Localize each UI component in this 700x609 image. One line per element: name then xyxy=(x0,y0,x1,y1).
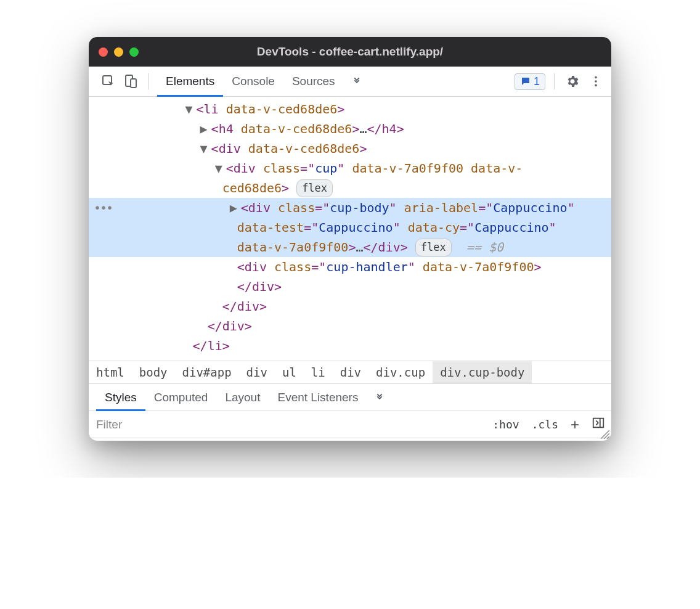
dom-line[interactable]: <div class="cup-handler" data-v-7a0f9f00… xyxy=(89,257,611,277)
tab-computed[interactable]: Computed xyxy=(145,384,217,411)
dom-line[interactable]: </div> xyxy=(89,277,611,296)
flex-badge[interactable]: flex xyxy=(415,239,452,256)
crumb[interactable]: html xyxy=(89,361,132,383)
svg-point-3 xyxy=(595,76,597,79)
styles-tabs-overflow-icon[interactable] xyxy=(367,391,393,404)
tab-elements[interactable]: Elements xyxy=(157,67,223,97)
dom-line[interactable]: ced68de6> flex xyxy=(89,178,611,198)
crumb-active[interactable]: div.cup-body xyxy=(433,361,532,383)
new-style-rule-icon[interactable]: + xyxy=(564,416,585,433)
styles-tabs: Styles Computed Layout Event Listeners xyxy=(89,384,611,411)
tab-console[interactable]: Console xyxy=(223,67,283,97)
more-menu-icon[interactable] xyxy=(587,75,605,88)
crumb[interactable]: div#app xyxy=(175,361,239,383)
inspect-element-icon[interactable] xyxy=(100,73,117,90)
dom-line[interactable]: ▼<div data-v-ced68de6> xyxy=(89,139,611,158)
panel-tabs: Elements Console Sources xyxy=(157,67,510,97)
flex-badge[interactable]: flex xyxy=(296,179,333,197)
breadcrumb: html body div#app div ul li div div.cup … xyxy=(89,361,611,384)
titlebar: DevTools - coffee-cart.netlify.app/ xyxy=(89,37,611,67)
tab-styles[interactable]: Styles xyxy=(96,384,145,411)
dom-line-selected[interactable]: data-test="Cappuccino" data-cy="Cappucci… xyxy=(89,218,611,237)
separator xyxy=(148,73,149,89)
tabs-overflow-icon[interactable] xyxy=(344,67,370,97)
crumb[interactable]: div xyxy=(239,361,275,383)
maximize-window-button[interactable] xyxy=(129,47,139,57)
styles-filter-input[interactable] xyxy=(89,411,486,438)
console-ref: == $0 xyxy=(466,240,503,255)
window-title: DevTools - coffee-cart.netlify.app/ xyxy=(257,45,443,59)
dom-line-selected[interactable]: ••• ▶<div class="cup-body" aria-label="C… xyxy=(89,198,611,218)
dom-tree[interactable]: ▼<li data-v-ced68de6> ▶<h4 data-v-ced68d… xyxy=(89,97,611,361)
issues-badge[interactable]: 1 xyxy=(515,73,545,90)
styles-filter-bar: :hov .cls + xyxy=(89,411,611,438)
crumb[interactable]: div.cup xyxy=(368,361,433,383)
crumb[interactable]: ul xyxy=(275,361,304,383)
main-toolbar: Elements Console Sources 1 xyxy=(89,67,611,97)
tab-layout[interactable]: Layout xyxy=(216,384,269,411)
device-toolbar-icon[interactable] xyxy=(122,73,139,90)
crumb[interactable]: body xyxy=(132,361,175,383)
settings-gear-icon[interactable] xyxy=(563,74,582,89)
tab-event-listeners[interactable]: Event Listeners xyxy=(269,384,367,411)
dom-line[interactable]: </li> xyxy=(89,336,611,356)
crumb[interactable]: li xyxy=(304,361,333,383)
dom-line[interactable]: </div> xyxy=(89,296,611,316)
separator xyxy=(554,73,555,89)
dom-line[interactable]: ▼<div class="cup" data-v-7a0f9f00 data-v… xyxy=(89,158,611,178)
svg-point-4 xyxy=(595,80,597,83)
svg-point-5 xyxy=(595,84,597,87)
hov-toggle[interactable]: :hov xyxy=(486,411,525,438)
crumb[interactable]: div xyxy=(333,361,368,383)
gutter-dots-icon[interactable]: ••• xyxy=(94,198,112,218)
dom-line[interactable]: ▶<h4 data-v-ced68de6>…</h4> xyxy=(89,119,611,139)
dom-line-selected[interactable]: data-v-7a0f9f00>…</div> flex == $0 xyxy=(89,237,611,257)
resize-corner-icon[interactable] xyxy=(601,430,609,439)
minimize-window-button[interactable] xyxy=(114,47,123,57)
dom-line[interactable]: ▼<li data-v-ced68de6> xyxy=(89,99,611,119)
tab-sources[interactable]: Sources xyxy=(283,67,344,97)
close-window-button[interactable] xyxy=(99,47,108,57)
svg-rect-2 xyxy=(131,79,136,88)
dom-line[interactable]: </div> xyxy=(89,316,611,336)
traffic-lights xyxy=(99,47,139,57)
cls-toggle[interactable]: .cls xyxy=(526,411,564,438)
issues-count: 1 xyxy=(534,75,540,88)
